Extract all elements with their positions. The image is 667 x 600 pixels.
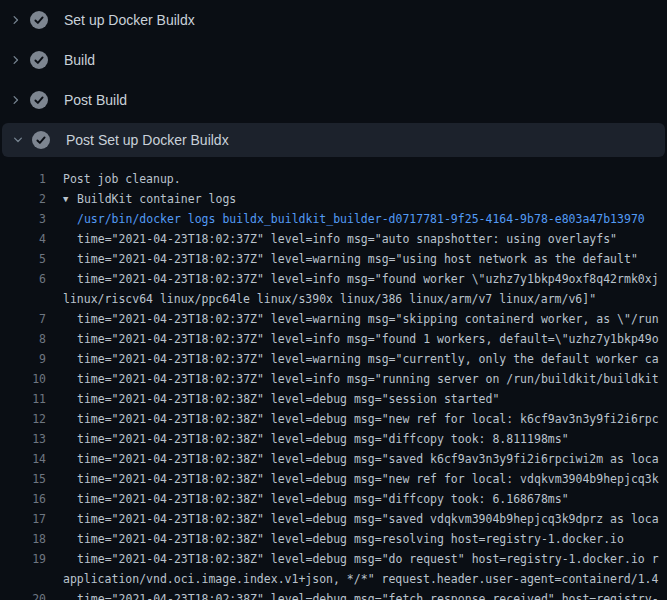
log-viewer: 1 Post job cleanup. 2 ▼ BuildKit contain… [0,160,667,600]
log-line: 20 time="2021-04-23T18:02:38Z" level=deb… [0,589,667,600]
log-line-number[interactable]: 11 [0,389,46,409]
log-line: 1 Post job cleanup. [0,169,667,189]
log-line: 8 time="2021-04-23T18:02:37Z" level=info… [0,329,667,349]
log-line: 14 time="2021-04-23T18:02:38Z" level=deb… [0,449,667,469]
step-header-row[interactable]: Build [0,40,667,80]
log-line-number[interactable] [0,289,46,309]
log-line-number[interactable]: 17 [0,509,46,529]
log-line: 11 time="2021-04-23T18:02:38Z" level=deb… [0,389,667,409]
log-line: 10 time="2021-04-23T18:02:37Z" level=inf… [0,369,667,389]
log-line-text: application/vnd.oci.image.index.v1+json,… [63,569,658,589]
log-line: 18 time="2021-04-23T18:02:38Z" level=deb… [0,529,667,549]
log-line-text: time="2021-04-23T18:02:38Z" level=debug … [77,429,569,449]
log-line: 17 time="2021-04-23T18:02:38Z" level=deb… [0,509,667,529]
step-title: Post Set up Docker Buildx [66,132,229,148]
log-line-number[interactable]: 20 [0,589,46,600]
log-line-text: time="2021-04-23T18:02:38Z" level=debug … [77,449,659,469]
log-line-number[interactable]: 12 [0,409,46,429]
log-line: 15 time="2021-04-23T18:02:38Z" level=deb… [0,469,667,489]
log-line-number[interactable]: 16 [0,489,46,509]
log-line-number[interactable]: 15 [0,469,46,489]
log-line: application/vnd.oci.image.index.v1+json,… [0,569,667,589]
log-line-text: time="2021-04-23T18:02:38Z" level=debug … [77,529,624,549]
log-line-text: time="2021-04-23T18:02:37Z" level=info m… [77,269,659,289]
check-circle-icon [30,51,48,69]
step-header-row[interactable]: Set up Docker Buildx [0,0,667,40]
step-header-row[interactable]: Post Build [0,80,667,120]
step-title: Build [64,52,95,68]
group-collapse-triangle-icon[interactable]: ▼ [63,189,77,209]
step-title: Post Build [64,92,127,108]
check-circle-icon [30,11,48,29]
log-line: 3 /usr/bin/docker logs buildx_buildkit_b… [0,209,667,229]
log-line-text: time="2021-04-23T18:02:38Z" level=debug … [77,549,659,569]
chevron-right-icon[interactable] [10,14,22,26]
check-circle-icon [30,91,48,109]
log-line-text: time="2021-04-23T18:02:38Z" level=debug … [77,389,499,409]
log-line-number[interactable]: 2 [0,189,46,209]
log-line-text: BuildKit container logs [77,189,236,209]
log-line-number[interactable]: 19 [0,549,46,569]
log-line: 2 ▼ BuildKit container logs [0,189,667,209]
step-title: Set up Docker Buildx [64,12,195,28]
log-line-text: time="2021-04-23T18:02:38Z" level=debug … [77,589,659,600]
log-line: 13 time="2021-04-23T18:02:38Z" level=deb… [0,429,667,449]
log-line: 5 time="2021-04-23T18:02:37Z" level=warn… [0,249,667,269]
log-line-number[interactable]: 3 [0,209,46,229]
check-circle-icon [32,131,50,149]
log-line: 9 time="2021-04-23T18:02:37Z" level=warn… [0,349,667,369]
log-line-text: time="2021-04-23T18:02:37Z" level=warnin… [77,249,638,269]
log-line-text: time="2021-04-23T18:02:37Z" level=info m… [77,369,659,389]
log-line-number[interactable]: 18 [0,529,46,549]
log-line-text: time="2021-04-23T18:02:37Z" level=info m… [77,229,617,249]
log-line-text: time="2021-04-23T18:02:38Z" level=debug … [77,469,659,489]
log-line-number[interactable] [0,569,46,589]
log-line: 4 time="2021-04-23T18:02:37Z" level=info… [0,229,667,249]
log-line-text: time="2021-04-23T18:02:37Z" level=warnin… [77,349,659,369]
log-line-text: time="2021-04-23T18:02:38Z" level=debug … [77,409,659,429]
log-line-text: time="2021-04-23T18:02:37Z" level=warnin… [77,309,659,329]
log-line: 19 time="2021-04-23T18:02:38Z" level=deb… [0,549,667,569]
log-line-number[interactable]: 8 [0,329,46,349]
log-line-number[interactable]: 1 [0,169,46,189]
log-line-text: time="2021-04-23T18:02:37Z" level=info m… [77,329,659,349]
log-line-number[interactable]: 13 [0,429,46,449]
log-line-number[interactable]: 9 [0,349,46,369]
log-line-number[interactable]: 4 [0,229,46,249]
chevron-right-icon[interactable] [10,54,22,66]
steps-list: Set up Docker Buildx Build Post Build Po… [0,0,667,160]
log-line: 7 time="2021-04-23T18:02:37Z" level=warn… [0,309,667,329]
log-line-text: /usr/bin/docker logs buildx_buildkit_bui… [77,209,645,229]
log-line-text: time="2021-04-23T18:02:38Z" level=debug … [77,509,659,529]
log-line-number[interactable]: 6 [0,269,46,289]
log-line: 16 time="2021-04-23T18:02:38Z" level=deb… [0,489,667,509]
step-header-row[interactable]: Post Set up Docker Buildx [2,123,665,157]
chevron-right-icon[interactable] [10,94,22,106]
log-line-number[interactable]: 7 [0,309,46,329]
log-line: linux/riscv64 linux/ppc64le linux/s390x … [0,289,667,309]
log-line: 6 time="2021-04-23T18:02:37Z" level=info… [0,269,667,289]
log-line-number[interactable]: 10 [0,369,46,389]
log-line-text: time="2021-04-23T18:02:38Z" level=debug … [77,489,569,509]
log-line: 12 time="2021-04-23T18:02:38Z" level=deb… [0,409,667,429]
log-line-text: Post job cleanup. [63,169,181,189]
chevron-down-icon[interactable] [12,134,24,146]
log-line-number[interactable]: 14 [0,449,46,469]
log-line-number[interactable]: 5 [0,249,46,269]
log-line-text: linux/riscv64 linux/ppc64le linux/s390x … [63,289,596,309]
